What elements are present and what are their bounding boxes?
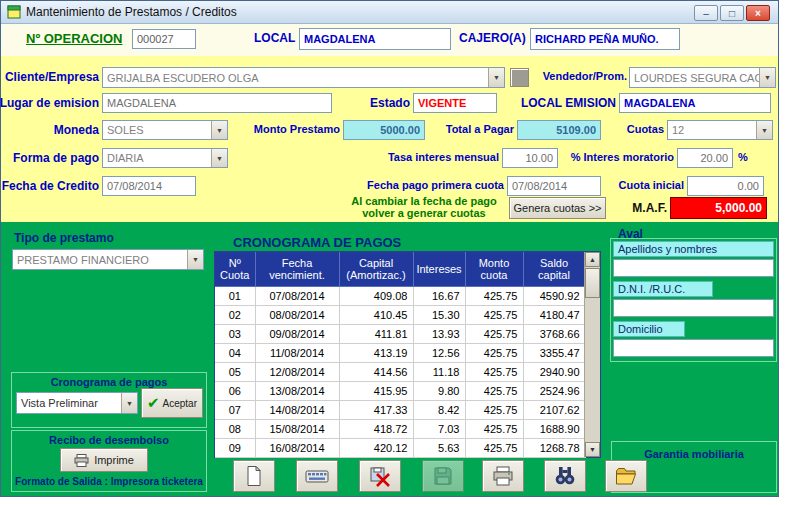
cliente-lookup-button[interactable]	[510, 68, 529, 87]
cuota-inicial-input[interactable]	[687, 176, 764, 196]
tipo-prestamo-label: Tipo de prestamo	[14, 231, 114, 245]
edit-button[interactable]	[296, 460, 338, 492]
table-cell: 413.19	[339, 343, 413, 362]
maximize-button[interactable]: □	[720, 5, 744, 21]
printer-icon	[74, 454, 89, 467]
cuotas-combobox[interactable]: 12 ▼	[667, 120, 773, 140]
save-disk-icon	[433, 466, 453, 486]
cronograma-body: 0107/08/2014409.0816.67425.754590.920208…	[215, 286, 585, 457]
title-bar[interactable]: Mantenimiento de Prestamos / Creditos – …	[1, 1, 778, 24]
scroll-up-icon[interactable]: ▲	[585, 252, 600, 267]
cliente-value: GRIJALBA ESCUDERO OLGA	[103, 72, 488, 84]
grid-scrollbar[interactable]: ▲ ▼	[584, 252, 600, 457]
tasa-interes-field[interactable]	[502, 148, 558, 168]
table-cell: 415.95	[339, 381, 413, 400]
exit-button[interactable]	[605, 460, 647, 492]
table-row[interactable]: 0512/08/2014414.5611.18425.752940.90	[215, 362, 585, 381]
col-header-monto[interactable]: Montocuota	[465, 252, 523, 286]
table-cell: 4590.92	[523, 286, 585, 305]
close-button[interactable]: ×	[746, 5, 770, 21]
save-button[interactable]	[422, 460, 464, 492]
table-cell: 425.75	[465, 343, 523, 362]
interes-moratorio-field[interactable]	[677, 148, 733, 168]
vendedor-combobox[interactable]: LOURDES SEGURA CAC ▼	[629, 67, 776, 88]
fecha-credito-input[interactable]	[102, 176, 196, 196]
col-header-fecha[interactable]: Fechavencimient.	[255, 252, 339, 286]
table-row[interactable]: 0815/08/2014418.727.03425.751688.90	[215, 419, 585, 438]
chevron-down-icon[interactable]: ▼	[187, 250, 203, 269]
aceptar-button[interactable]: ✔ Aceptar	[141, 388, 203, 418]
total-pagar-field[interactable]	[517, 120, 601, 140]
tipo-prestamo-combobox[interactable]: PRESTAMO FINANCIERO ▼	[12, 249, 204, 270]
local-emision-input[interactable]	[619, 93, 771, 113]
printer-icon	[492, 466, 514, 486]
maf-field[interactable]	[670, 197, 767, 219]
dni-input[interactable]	[613, 299, 774, 317]
print-button[interactable]	[482, 460, 524, 492]
table-row[interactable]: 0613/08/2014415.959.80425.752524.96	[215, 381, 585, 400]
forma-pago-combobox[interactable]: DIARIA ▼	[102, 148, 228, 168]
app-icon	[7, 5, 21, 19]
cajero-input[interactable]	[530, 28, 680, 50]
table-cell: 13.93	[413, 324, 465, 343]
chevron-down-icon[interactable]: ▼	[756, 121, 772, 139]
table-row[interactable]: 0309/08/2014411.8113.93425.753768.66	[215, 324, 585, 343]
scroll-down-icon[interactable]: ▼	[585, 442, 600, 457]
cuota-inicial-label: Cuota inicial	[619, 179, 684, 191]
table-row[interactable]: 0916/08/2014420.125.63425.751268.78	[215, 438, 585, 457]
col-header-saldo[interactable]: Saldocapital	[523, 252, 585, 286]
table-row[interactable]: 0208/08/2014410.4515.30425.754180.47	[215, 305, 585, 324]
lugar-input[interactable]	[102, 93, 332, 113]
table-row[interactable]: 0411/08/2014413.1912.56425.753355.47	[215, 343, 585, 362]
genera-cuotas-button[interactable]: Genera cuotas >>	[509, 197, 606, 219]
col-header-capital[interactable]: Capital(Amortizac.)	[339, 252, 413, 286]
formato-salida-caption: Formato de Salida : Impresora ticketera	[13, 476, 205, 487]
forma-pago-label: Forma de pago	[13, 151, 99, 165]
lugar-label: Lugar de emision	[0, 96, 99, 110]
vendedor-label: Vendedor/Prom.	[543, 70, 627, 82]
table-cell: 16.67	[413, 286, 465, 305]
minimize-button[interactable]: –	[694, 5, 718, 21]
imprime-button[interactable]: Imprime	[60, 448, 148, 472]
table-cell: 01	[215, 286, 255, 305]
new-button[interactable]	[233, 460, 275, 492]
cliente-combobox[interactable]: GRIJALBA ESCUDERO OLGA ▼	[102, 67, 505, 88]
cuotas-value: 12	[668, 124, 756, 136]
chevron-down-icon[interactable]: ▼	[488, 68, 504, 87]
table-cell: 425.75	[465, 419, 523, 438]
domicilio-input[interactable]	[613, 339, 774, 357]
table-cell: 3768.66	[523, 324, 585, 343]
monto-prestamo-label: Monto Prestamo	[254, 123, 340, 135]
table-cell: 03	[215, 324, 255, 343]
vista-preliminar-combobox[interactable]: Vista Preliminar ▼	[16, 392, 138, 414]
moneda-combobox[interactable]: SOLES ▼	[102, 120, 228, 140]
interes-moratorio-label: % Interes moratorio	[571, 151, 674, 163]
search-button[interactable]	[544, 460, 586, 492]
local-label: LOCAL	[254, 31, 295, 45]
chevron-down-icon[interactable]: ▼	[121, 393, 137, 413]
table-cell: 2940.90	[523, 362, 585, 381]
aceptar-label: Aceptar	[163, 398, 197, 409]
delete-button[interactable]	[359, 460, 401, 492]
table-cell: 07	[215, 400, 255, 419]
table-row[interactable]: 0714/08/2014417.338.42425.752107.62	[215, 400, 585, 419]
fecha-pago-input[interactable]	[507, 176, 601, 196]
apellidos-input[interactable]	[613, 259, 774, 277]
table-cell: 08	[215, 419, 255, 438]
tipo-prestamo-value: PRESTAMO FINANCIERO	[13, 254, 187, 266]
table-row[interactable]: 0107/08/2014409.0816.67425.754590.92	[215, 286, 585, 305]
local-input[interactable]	[299, 28, 451, 50]
operacion-input[interactable]	[132, 29, 196, 49]
col-header-cuota[interactable]: NºCuota	[215, 252, 255, 286]
monto-prestamo-field[interactable]	[343, 120, 425, 140]
chevron-down-icon[interactable]: ▼	[759, 68, 775, 87]
col-header-intereses[interactable]: Intereses	[413, 252, 465, 286]
table-cell: 09/08/2014	[255, 324, 339, 343]
chevron-down-icon[interactable]: ▼	[211, 149, 227, 167]
chevron-down-icon[interactable]: ▼	[211, 121, 227, 139]
maf-label: M.A.F.	[632, 201, 667, 215]
grid-header: NºCuota Fechavencimient. Capital(Amortiz…	[215, 252, 585, 286]
estado-input[interactable]	[413, 93, 497, 113]
scrollbar-thumb[interactable]	[585, 268, 600, 298]
table-cell: 4180.47	[523, 305, 585, 324]
